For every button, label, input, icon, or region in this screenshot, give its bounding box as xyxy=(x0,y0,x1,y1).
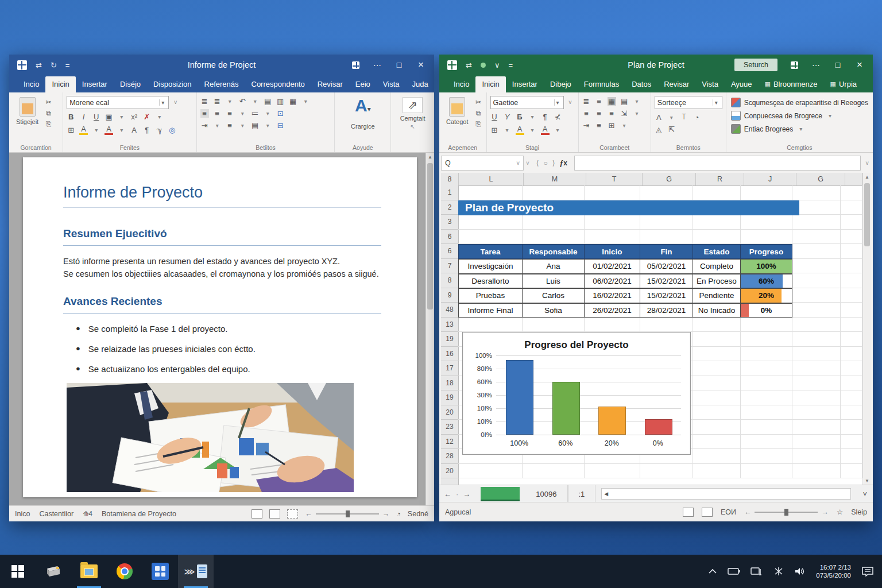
cell-styles-button[interactable]: Entiac Brogrees▾ xyxy=(731,124,868,134)
grid-cell[interactable] xyxy=(792,464,841,479)
clock[interactable]: 16:07 2/13 073/5/20:00 xyxy=(816,563,851,579)
autosave-icon[interactable]: ⇄ xyxy=(36,61,42,69)
grid-cell[interactable] xyxy=(693,230,741,245)
grid-cell[interactable] xyxy=(741,318,792,332)
row-header-1[interactable]: 1 xyxy=(441,185,458,200)
word-zoom-level[interactable]: Sedné xyxy=(408,510,428,518)
table-cell[interactable]: Ana xyxy=(523,259,585,274)
grid-cell[interactable] xyxy=(792,200,841,215)
chrome-button[interactable] xyxy=(107,555,142,588)
grid-cell[interactable] xyxy=(841,215,862,230)
horizontal-scrollbar[interactable]: ◀ xyxy=(601,488,851,500)
grid-cell[interactable] xyxy=(792,259,841,274)
grid-cell[interactable] xyxy=(841,405,862,420)
table-cell[interactable]: Pruebas xyxy=(458,288,523,303)
number-format-combo[interactable]: Sorteeçe ▾ xyxy=(655,96,722,109)
table-cell[interactable]: Pendiente xyxy=(693,288,741,303)
column-header-L[interactable]: L xyxy=(459,173,524,185)
grid-cell[interactable] xyxy=(792,376,841,391)
column-header-M[interactable]: M xyxy=(524,173,586,185)
grid-cell[interactable] xyxy=(458,215,523,230)
ribbon-tab-eeio[interactable]: Eeio xyxy=(349,76,377,92)
action-center-icon[interactable] xyxy=(861,566,874,577)
ribbon-tab-inicin[interactable]: Inicin xyxy=(475,76,505,92)
row-header-9[interactable]: 9 xyxy=(441,288,458,303)
grid-cell[interactable] xyxy=(841,200,862,215)
ribbon-tab-diséjo[interactable]: Diséjo xyxy=(114,76,147,92)
grid-cell[interactable] xyxy=(693,185,741,200)
grid-cell[interactable] xyxy=(693,215,741,230)
cut-icon[interactable]: ✂ xyxy=(44,98,53,106)
row-header-8[interactable]: 8 xyxy=(441,273,458,288)
grid-cell[interactable] xyxy=(741,435,792,450)
grid-cell[interactable] xyxy=(640,230,693,245)
table-cell[interactable]: Luis xyxy=(523,274,585,289)
grid-cell[interactable] xyxy=(841,230,862,245)
row-header-19[interactable]: 19 xyxy=(441,332,458,347)
active-document-app-button[interactable]: ⋙ xyxy=(178,555,214,588)
grid-cell[interactable] xyxy=(841,449,862,464)
row-header-28[interactable]: 28 xyxy=(441,449,458,464)
row-header-20[interactable]: 20 xyxy=(441,405,458,420)
redo-icon[interactable]: ↻ xyxy=(51,61,57,69)
close-button[interactable]: × xyxy=(411,56,431,74)
grid-cell[interactable] xyxy=(792,405,841,420)
minimize-button[interactable]: ··· xyxy=(368,56,387,74)
copy-icon[interactable]: ⧉ xyxy=(44,109,53,117)
share-icon[interactable] xyxy=(784,56,804,74)
progress-cell[interactable]: 100% xyxy=(741,259,792,274)
grid-cell[interactable] xyxy=(523,464,585,479)
styles-button[interactable]: A▾ Crargice xyxy=(351,97,375,130)
zoom-icon[interactable]: ◔ xyxy=(396,510,401,518)
font-name-combo[interactable]: Gaetioe ▾ xyxy=(490,96,564,109)
grid-cell[interactable] xyxy=(792,230,841,245)
network-icon[interactable] xyxy=(773,567,784,576)
grid-cell[interactable] xyxy=(841,244,862,259)
paste-button[interactable]: Stigejeit xyxy=(16,97,38,127)
check-icon[interactable]: ∨ xyxy=(494,61,500,69)
editing-button[interactable]: ⇗ Cemgtait ↖ xyxy=(400,97,425,130)
ribbon-tab-disposizion[interactable]: Disposizion xyxy=(147,76,198,92)
grid-cell[interactable] xyxy=(792,420,841,435)
ribbon-tab-revisar[interactable]: Revisar xyxy=(657,76,695,92)
row-header-20[interactable]: 20 xyxy=(441,464,458,479)
conditional-formatting-button[interactable]: Scqumesçea de erapearitise di Reeoges xyxy=(731,98,868,107)
grid-cell[interactable] xyxy=(640,464,693,479)
grid-cell[interactable] xyxy=(741,376,792,391)
grid-cell[interactable] xyxy=(458,185,523,200)
table-cell[interactable]: 06/02/2021 xyxy=(585,274,640,289)
grid-cell[interactable] xyxy=(523,185,585,200)
name-box[interactable]: Q ˅ xyxy=(441,156,524,171)
row-header-6[interactable]: 6 xyxy=(441,230,458,245)
table-cell[interactable]: En Proceso xyxy=(693,274,741,289)
start-button[interactable] xyxy=(0,555,36,588)
page-layout-icon[interactable] xyxy=(702,508,713,517)
grid-cell[interactable] xyxy=(792,303,841,318)
grid-cell[interactable] xyxy=(693,332,741,347)
ribbon-tab-inicin[interactable]: Inicin xyxy=(45,76,75,92)
battery-icon[interactable] xyxy=(728,567,740,576)
ribbon-tab-correspondento[interactable]: Correspondento xyxy=(245,76,311,92)
maximize-button[interactable]: □ xyxy=(828,56,848,74)
grid-cell[interactable] xyxy=(741,449,792,464)
share-icon[interactable] xyxy=(346,56,365,74)
row-header-6[interactable]: 6 xyxy=(441,244,458,259)
formula-cancel-icon[interactable]: ⟨ xyxy=(536,159,539,167)
grid-cell[interactable] xyxy=(523,215,585,230)
format-as-table-button[interactable]: Conpuecsea de Brogrece▾ xyxy=(731,111,868,121)
proofing-icon[interactable]: ⟰4 xyxy=(83,510,92,518)
paste-button[interactable]: Categot xyxy=(446,97,469,127)
grid-cell[interactable] xyxy=(841,332,862,347)
column-header-G[interactable]: G xyxy=(796,173,845,185)
normal-view-icon[interactable] xyxy=(683,508,694,517)
grid-cell[interactable] xyxy=(792,318,841,332)
word-zoom-slider[interactable]: ← → xyxy=(305,510,389,518)
excel-vertical-scrollbar[interactable]: ▲ ▼ xyxy=(862,173,871,485)
format-painter-icon[interactable]: ⎘ xyxy=(44,120,53,128)
row-header-48[interactable]: 48 xyxy=(441,303,458,318)
grid-cell[interactable] xyxy=(841,259,862,274)
scroll-up-icon[interactable]: ▲ xyxy=(426,153,434,161)
ribbon-tab-urpia[interactable]: ▦Urpia xyxy=(824,76,863,92)
grid-cell[interactable] xyxy=(693,435,741,450)
grid-cell[interactable] xyxy=(841,288,862,303)
